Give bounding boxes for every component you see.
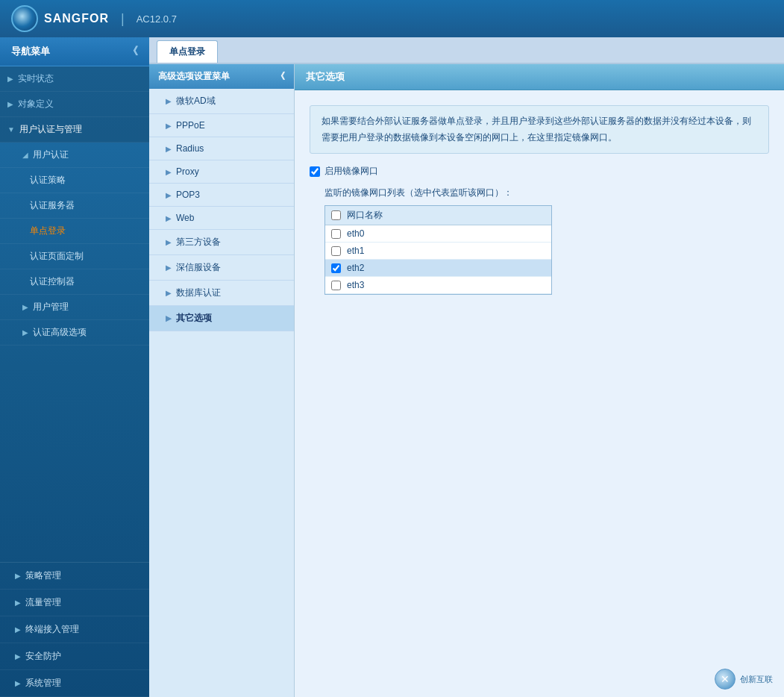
sidebar-item-label: 用户管理 xyxy=(33,301,69,313)
adv-menu-item-web[interactable]: ▶ Web xyxy=(149,207,294,230)
arrow-icon: ▶ xyxy=(166,263,172,272)
tab-single-sign[interactable]: 单点登录 xyxy=(157,40,218,63)
network-interface-listbox: 网口名称 eth0 eth1 eth2 xyxy=(324,205,552,295)
header-divider: | xyxy=(121,11,125,27)
two-panel: 高级选项设置菜单 《 ▶ 微软AD域 ▶ PPPoE ▶ Radius ▶ xyxy=(149,64,784,697)
adv-menu-collapse-icon[interactable]: 《 xyxy=(276,70,285,83)
arrow-icon: ▶ xyxy=(166,238,172,246)
adv-menu-title: 高级选项设置菜单 xyxy=(158,70,230,83)
adv-menu-item-other-options[interactable]: ▶ 其它选项 xyxy=(149,306,294,331)
eth1-checkbox[interactable] xyxy=(331,246,341,256)
monitor-label: 监听的镜像网口列表（选中代表监听该网口）： xyxy=(324,187,769,199)
list-item[interactable]: eth1 xyxy=(325,243,551,260)
eth3-checkbox[interactable] xyxy=(331,281,341,290)
adv-menu-item-radius[interactable]: ▶ Radius xyxy=(149,137,294,160)
sidebar-item-user-mgmt[interactable]: ▶ 用户管理 xyxy=(0,295,149,320)
adv-menu-item-pop3[interactable]: ▶ POP3 xyxy=(149,184,294,207)
footer-branding: ✕ 创新互联 xyxy=(715,669,773,690)
arrow-icon: ▶ xyxy=(15,652,21,660)
tab-label: 单点登录 xyxy=(169,46,205,57)
arrow-icon: ▶ xyxy=(15,598,21,607)
app-header: SANGFOR | AC12.0.7 xyxy=(0,0,784,37)
arrow-icon: ▶ xyxy=(166,289,172,297)
sidebar-item-label: 认证高级选项 xyxy=(33,326,87,339)
eth2-label: eth2 xyxy=(347,263,364,273)
list-item[interactable]: eth0 xyxy=(325,225,551,243)
adv-menu-item-db-auth[interactable]: ▶ 数据库认证 xyxy=(149,281,294,306)
mirror-checkbox-label: 启用镜像网口 xyxy=(324,165,378,178)
adv-menu-item-label: POP3 xyxy=(176,190,200,200)
sidebar-item-label: 实时状态 xyxy=(18,72,54,85)
adv-menu-item-label: 微软AD域 xyxy=(176,95,216,107)
arrow-icon: ▶ xyxy=(7,100,13,108)
sidebar-item-sys-mgmt[interactable]: ▶ 系统管理 xyxy=(0,670,149,697)
content-area: 单点登录 高级选项设置菜单 《 ▶ 微软AD域 ▶ PPPoE xyxy=(149,37,784,697)
sidebar-item-label: 终端接入管理 xyxy=(25,623,79,636)
arrow-icon: ▶ xyxy=(166,191,172,199)
brand-name: SANGFOR xyxy=(44,12,109,25)
sidebar-item-label: 安全防护 xyxy=(25,650,61,663)
mirror-checkbox-row: 启用镜像网口 xyxy=(310,165,769,178)
sidebar-title: 导航菜单 xyxy=(11,45,50,58)
sidebar-item-policy-mgmt[interactable]: ▶ 策略管理 xyxy=(0,563,149,590)
list-item[interactable]: eth2 xyxy=(325,260,551,277)
sidebar-item-label: 认证控制器 xyxy=(30,275,75,288)
sidebar-item-auth-adv[interactable]: ▶ 认证高级选项 xyxy=(0,320,149,346)
arrow-icon: ▼ xyxy=(7,125,15,134)
sidebar-item-auth-page[interactable]: 认证页面定制 xyxy=(0,244,149,269)
sidebar-item-security[interactable]: ▶ 安全防护 xyxy=(0,643,149,670)
listbox-header-label: 网口名称 xyxy=(347,209,383,222)
sidebar-bottom-nav: ▶ 策略管理 ▶ 流量管理 ▶ 终端接入管理 ▶ 安全防护 ▶ 系统管理 xyxy=(0,562,149,697)
adv-menu-header: 高级选项设置菜单 《 xyxy=(149,64,294,89)
eth0-label: eth0 xyxy=(347,228,364,239)
brand-name-footer: 创新互联 xyxy=(740,674,773,685)
adv-menu-item-label: 深信服设备 xyxy=(176,261,221,274)
sidebar-item-object-def[interactable]: ▶ 对象定义 xyxy=(0,92,149,117)
arrow-icon: ▶ xyxy=(15,679,21,687)
eth0-checkbox[interactable] xyxy=(331,229,341,239)
sidebar-item-auth-ctrl[interactable]: 认证控制器 xyxy=(0,269,149,295)
sidebar-item-label: 认证页面定制 xyxy=(30,250,84,263)
eth3-label: eth3 xyxy=(347,280,364,290)
arrow-icon: ▶ xyxy=(7,75,13,83)
sidebar-item-label: 单点登录 xyxy=(30,225,66,237)
mirror-checkbox[interactable] xyxy=(310,166,320,177)
sidebar-header: 导航菜单 《 xyxy=(0,37,149,66)
sidebar-item-auth-server[interactable]: 认证服务器 xyxy=(0,193,149,219)
sidebar-items: ▶ 实时状态 ▶ 对象定义 ▼ 用户认证与管理 ◢ 用户认证 认证策略 认证服务… xyxy=(0,66,149,562)
panel-body: 如果需要结合外部认证服务器做单点登录，并且用户登录到这些外部认证服务器的数据并没… xyxy=(295,90,784,310)
sidebar-item-label: 流量管理 xyxy=(25,596,61,609)
panel-title: 其它选项 xyxy=(295,64,784,90)
arrow-icon: ▶ xyxy=(166,122,172,130)
adv-menu-item-label: Web xyxy=(176,213,194,223)
arrow-icon: ▶ xyxy=(22,328,28,337)
eth2-checkbox[interactable] xyxy=(331,263,341,273)
sidebar-item-label: 对象定义 xyxy=(18,98,54,110)
adv-menu-item-pppoe[interactable]: ▶ PPPoE xyxy=(149,114,294,137)
sidebar-item-user-auth-sub[interactable]: ◢ 用户认证 xyxy=(0,143,149,168)
sidebar-item-single-sign[interactable]: 单点登录 xyxy=(0,219,149,244)
arrow-icon: ◢ xyxy=(22,151,28,159)
listbox-header-checkbox[interactable] xyxy=(331,210,341,220)
sidebar-item-auth-policy[interactable]: 认证策略 xyxy=(0,168,149,193)
arrow-icon: ▶ xyxy=(166,168,172,176)
header-version: AC12.0.7 xyxy=(137,13,177,25)
sidebar-item-endpoint-mgmt[interactable]: ▶ 终端接入管理 xyxy=(0,616,149,643)
listbox-header: 网口名称 xyxy=(325,206,551,225)
sidebar: 导航菜单 《 ▶ 实时状态 ▶ 对象定义 ▼ 用户认证与管理 ◢ 用户认证 认证… xyxy=(0,37,149,697)
adv-menu-item-microsoft-ad[interactable]: ▶ 微软AD域 xyxy=(149,89,294,114)
sidebar-collapse-button[interactable]: 《 xyxy=(128,45,138,58)
sidebar-item-traffic-mgmt[interactable]: ▶ 流量管理 xyxy=(0,590,149,616)
sidebar-item-realtime[interactable]: ▶ 实时状态 xyxy=(0,66,149,92)
arrow-icon: ▶ xyxy=(166,145,172,153)
adv-menu-item-proxy[interactable]: ▶ Proxy xyxy=(149,160,294,184)
tab-bar: 单点登录 xyxy=(149,37,784,64)
adv-menu-item-depth-service[interactable]: ▶ 深信服设备 xyxy=(149,255,294,281)
list-item[interactable]: eth3 xyxy=(325,277,551,294)
sidebar-item-label: 策略管理 xyxy=(25,569,61,582)
adv-menu-item-label: Proxy xyxy=(176,166,199,177)
main-layout: 导航菜单 《 ▶ 实时状态 ▶ 对象定义 ▼ 用户认证与管理 ◢ 用户认证 认证… xyxy=(0,37,784,697)
adv-menu-item-third-party[interactable]: ▶ 第三方设备 xyxy=(149,230,294,255)
adv-menu-item-label: 数据库认证 xyxy=(176,287,221,299)
sidebar-item-user-auth[interactable]: ▼ 用户认证与管理 xyxy=(0,117,149,143)
